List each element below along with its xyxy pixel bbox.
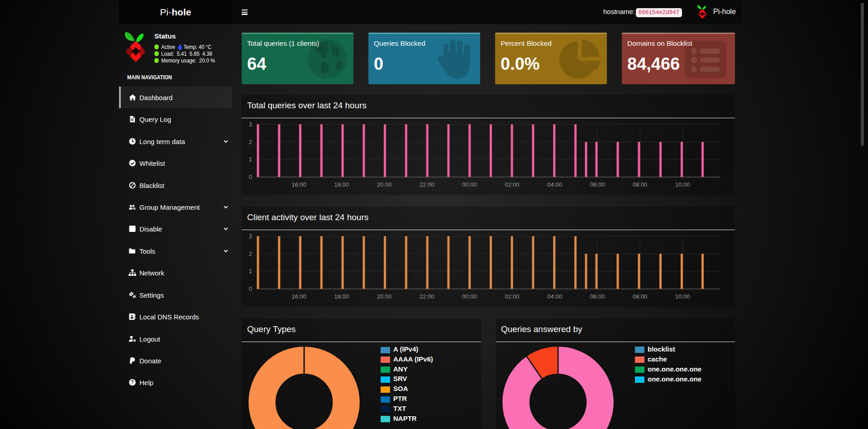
svg-text:?: ? [131,380,134,385]
